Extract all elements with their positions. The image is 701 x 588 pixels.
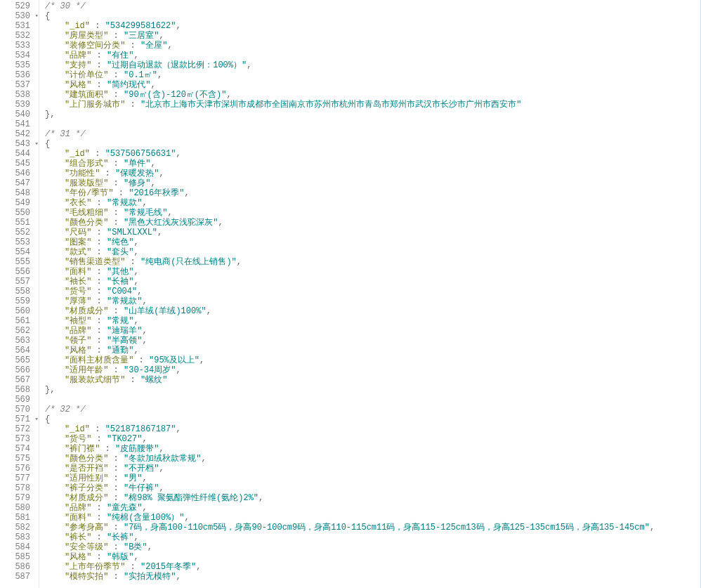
code-line: /* 30 */ xyxy=(45,1,700,11)
comma-token: , xyxy=(159,31,164,41)
code-line: }, xyxy=(45,110,700,119)
json-key: "材质成分" xyxy=(65,306,108,316)
line-number: 587 xyxy=(0,572,39,582)
comma-token: , xyxy=(142,326,147,336)
code-line: "建筑面积" : "90㎡(含)-120㎡(不含)", xyxy=(45,90,700,100)
comma-token: , xyxy=(150,159,155,169)
line-number: 552 xyxy=(0,228,39,237)
json-key: "面料" xyxy=(65,267,91,277)
code-line: "材质成分" : "棉98% 聚氨酯弹性纤维(氨纶)2%", xyxy=(45,493,700,503)
code-line: "颜色分类" : "黑色大红浅灰浅驼深灰", xyxy=(45,218,700,228)
line-number: 554 xyxy=(0,247,39,257)
comma-token: , xyxy=(133,267,138,277)
code-line: "服装版型" : "修身", xyxy=(45,178,700,188)
json-key: "裤长" xyxy=(65,533,91,542)
code-line: "面料" : "其他", xyxy=(45,267,700,277)
colon-token: : xyxy=(90,424,105,434)
colon-token: : xyxy=(91,533,107,542)
json-string-value: "长袖" xyxy=(107,277,133,287)
json-string-value: "北京市上海市天津市深圳市成都市全国南京市苏州市杭州市青岛市郑州市武汉市长沙市广… xyxy=(140,100,521,110)
comma-token: , xyxy=(167,208,172,218)
fold-arrow-icon[interactable]: ▾ xyxy=(32,11,39,21)
colon-token: : xyxy=(91,326,107,336)
colon-token: : xyxy=(91,513,107,523)
comma-token: , xyxy=(133,247,138,257)
json-string-value: "修身" xyxy=(124,178,150,188)
code-line: "厚薄" : "常规款", xyxy=(45,296,700,306)
json-key: "适用年龄" xyxy=(65,365,108,375)
comma-token: , xyxy=(133,316,138,326)
json-string-value: "纯色" xyxy=(107,237,133,247)
fold-arrow-icon[interactable]: ▾ xyxy=(32,139,39,149)
line-number: 579 xyxy=(0,493,39,503)
json-key: "服装款式细节" xyxy=(65,375,125,385)
code-line: { xyxy=(45,11,700,21)
line-number: 534 xyxy=(0,51,39,60)
colon-token: : xyxy=(108,178,124,188)
json-key: "支持" xyxy=(65,60,91,70)
comma-token: , xyxy=(650,523,655,533)
json-key: "建筑面积" xyxy=(65,90,108,100)
json-string-value: "常规款" xyxy=(107,198,142,208)
code-line: /* 31 */ xyxy=(45,129,700,139)
colon-token: : xyxy=(125,41,140,51)
punct-token: { xyxy=(45,11,50,21)
comma-token: , xyxy=(159,169,164,178)
comma-token: , xyxy=(137,287,142,296)
code-line: { xyxy=(45,139,700,149)
colon-token: : xyxy=(125,562,140,572)
colon-token: : xyxy=(108,31,124,41)
comma-token: , xyxy=(159,464,164,473)
json-key: "销售渠道类型" xyxy=(65,257,125,267)
json-key: "颜色分类" xyxy=(65,218,108,228)
comma-token: , xyxy=(199,355,204,365)
colon-token: : xyxy=(108,473,124,483)
code-content-area[interactable]: /* 30 */{"_id" : "534299581622","房屋类型" :… xyxy=(39,0,700,588)
json-string-value: "纯电商(只在线上销售)" xyxy=(140,257,237,267)
code-editor: 529530▾531532533534535536537538539540541… xyxy=(0,0,701,588)
line-number: 560 xyxy=(0,306,39,316)
comma-token: , xyxy=(133,533,138,542)
json-key: "厚薄" xyxy=(65,296,91,306)
colon-token: : xyxy=(91,552,107,562)
colon-token: : xyxy=(91,296,107,306)
comma-token: , xyxy=(159,483,164,493)
json-key: "_id" xyxy=(65,424,90,434)
json-string-value: "95%及以上" xyxy=(149,355,199,365)
line-number: 551 xyxy=(0,218,39,228)
comma-token: , xyxy=(258,493,263,503)
json-key: "安全等级" xyxy=(65,542,108,552)
line-number: 558 xyxy=(0,287,39,296)
comma-token: , xyxy=(184,188,189,198)
json-key: "房屋类型" xyxy=(65,31,108,41)
comment-token: /* 31 */ xyxy=(45,129,86,139)
json-string-value: "90㎡(含)-120㎡(不含)" xyxy=(124,90,226,100)
code-line: "领子" : "半高领", xyxy=(45,336,700,346)
json-string-value: "30-34周岁" xyxy=(124,365,176,375)
colon-token: : xyxy=(108,454,124,464)
code-line: "服装款式细节" : "螺纹" xyxy=(45,375,700,385)
line-number: 553 xyxy=(0,237,39,247)
json-string-value: "常规款" xyxy=(107,296,142,306)
comma-token: , xyxy=(167,41,172,51)
comma-token: , xyxy=(148,542,152,552)
json-string-value: "不开档" xyxy=(124,464,159,473)
json-string-value: "过期自动退款（退款比例：100%）" xyxy=(107,60,247,70)
json-key: "品牌" xyxy=(65,326,91,336)
code-line: "是否开裆" : "不开档", xyxy=(45,464,700,473)
line-number: 543▾ xyxy=(0,139,39,149)
fold-arrow-icon[interactable]: ▾ xyxy=(32,414,39,424)
colon-token: : xyxy=(133,355,149,365)
code-line: "颜色分类" : "冬款加绒秋款常规", xyxy=(45,454,700,464)
colon-token: : xyxy=(91,228,107,237)
code-line xyxy=(45,395,700,405)
json-key: "图案" xyxy=(65,237,91,247)
json-key: "组合形式" xyxy=(65,159,108,169)
comma-token: , xyxy=(176,572,181,582)
colon-token: : xyxy=(100,444,115,454)
json-string-value: "2016年秋季" xyxy=(129,188,184,198)
json-string-value: "B类" xyxy=(124,542,148,552)
json-string-value: "简约现代" xyxy=(107,80,150,90)
colon-token: : xyxy=(90,149,105,159)
code-line: "_id" : "534299581622", xyxy=(45,21,700,31)
